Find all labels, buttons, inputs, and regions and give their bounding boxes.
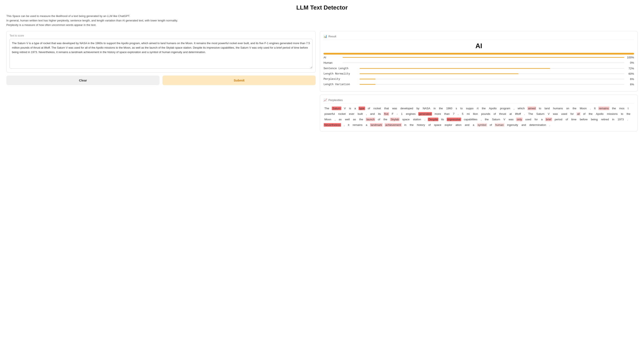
word-token: more	[434, 112, 442, 116]
text-input[interactable]	[10, 39, 312, 68]
word-token: space	[433, 123, 442, 127]
metric-pct-0: 72%	[626, 67, 634, 70]
word-token: V	[343, 106, 346, 110]
score-section: AI 100% Human 0%	[324, 56, 634, 64]
word-token: remains	[352, 123, 363, 127]
metric-bar-wrap-2	[360, 79, 624, 79]
input-card: Text to score	[6, 31, 316, 73]
word-token: Skylab	[390, 118, 400, 121]
word-token: missions	[606, 112, 618, 116]
word-token: ,	[334, 118, 336, 121]
word-token: it	[347, 123, 350, 127]
word-token: space	[402, 118, 410, 121]
word-token: Saturn	[332, 106, 341, 110]
word-token: a	[365, 123, 368, 127]
word-token: built	[357, 112, 364, 116]
metric-row: Sentence Length 72%	[324, 67, 634, 70]
human-label: Human	[324, 61, 340, 64]
word-token: type	[358, 106, 365, 110]
word-token: generated	[418, 112, 432, 116]
word-token: s	[455, 106, 458, 110]
result-verdict: AI	[324, 42, 634, 50]
ai-pct: 100%	[626, 56, 634, 59]
word-token: of	[428, 123, 432, 127]
word-token: determination	[529, 123, 547, 127]
word-token: of	[367, 106, 371, 110]
word-token: .	[590, 106, 592, 110]
perplexities-header: 📈 Perplexities	[324, 98, 634, 104]
metric-bar-wrap-0	[360, 68, 624, 69]
word-token: all	[576, 112, 580, 116]
clear-button[interactable]: Clear	[6, 75, 160, 85]
metric-row: Perplexity 6%	[324, 77, 634, 81]
word-token: at	[509, 112, 512, 116]
word-token: Nevertheless	[324, 123, 341, 127]
word-token: launch	[366, 118, 375, 121]
word-token: of	[489, 123, 492, 127]
word-token: .	[524, 112, 526, 116]
word-token: remains	[598, 106, 610, 110]
word-token: ingenuity	[506, 123, 519, 127]
word-token: symbol	[477, 123, 487, 127]
word-token: being	[590, 118, 598, 121]
word-token: and	[370, 112, 376, 116]
word-token: by	[416, 106, 420, 110]
word-token: the	[572, 106, 577, 110]
ai-bar-fill	[342, 57, 624, 58]
word-token: t	[627, 106, 629, 110]
metric-bar-fill-1	[360, 73, 518, 74]
metric-bar-wrap-3	[360, 84, 624, 85]
page-title: LLM Text Detector	[6, 4, 638, 11]
word-token: human	[495, 123, 504, 127]
submit-button[interactable]: Submit	[162, 75, 316, 85]
word-token: engines	[405, 112, 416, 116]
word-token: history	[416, 123, 426, 127]
word-token: used	[525, 118, 532, 121]
word-token: the	[383, 118, 388, 121]
word-token: NASA	[422, 106, 431, 110]
metric-bar-fill-0	[360, 68, 550, 69]
word-token: 1	[400, 112, 403, 116]
word-token: to	[620, 112, 624, 116]
word-token: and	[521, 123, 527, 127]
word-token: 7	[452, 112, 455, 116]
word-token: The	[324, 106, 330, 110]
word-token: Saturn	[491, 118, 501, 121]
ai-full-bar	[324, 53, 634, 54]
word-token: ation	[455, 123, 462, 127]
word-token: the	[481, 106, 486, 110]
word-token: Despite	[428, 118, 438, 121]
ai-bar-wrap	[342, 57, 624, 58]
word-token: a	[354, 106, 356, 110]
word-token: the	[626, 112, 631, 116]
word-token: land	[544, 106, 550, 110]
word-token: the	[588, 112, 593, 116]
word-token: .	[626, 118, 628, 121]
word-token: capabilities	[463, 118, 478, 121]
word-token: the	[484, 118, 489, 121]
word-token: of	[565, 118, 568, 121]
word-token: .	[424, 118, 426, 121]
word-token: rt	[476, 106, 479, 110]
description: This Space can be used to measure the li…	[6, 14, 638, 27]
word-token: as	[338, 118, 342, 121]
word-token: explor	[444, 123, 453, 127]
input-label: Text to score	[10, 34, 312, 37]
word-token: the	[409, 123, 414, 127]
word-token: as	[352, 118, 356, 121]
word-token: in	[612, 118, 615, 121]
word-token: the	[438, 106, 444, 110]
word-token: its	[440, 118, 444, 121]
metric-bar-wrap-1	[360, 73, 624, 74]
word-token: that	[384, 106, 390, 110]
word-token: Apollo	[488, 106, 497, 110]
word-token: for	[534, 118, 538, 121]
word-token: ,	[365, 112, 368, 116]
word-token: 1960	[446, 106, 453, 110]
word-token: of	[493, 112, 496, 116]
metric-row: Length Normality 60%	[324, 72, 634, 75]
word-token: V	[547, 112, 550, 116]
word-token: rocket	[338, 112, 346, 116]
human-score-row: Human 0%	[324, 61, 634, 64]
word-token: ,	[513, 106, 515, 110]
